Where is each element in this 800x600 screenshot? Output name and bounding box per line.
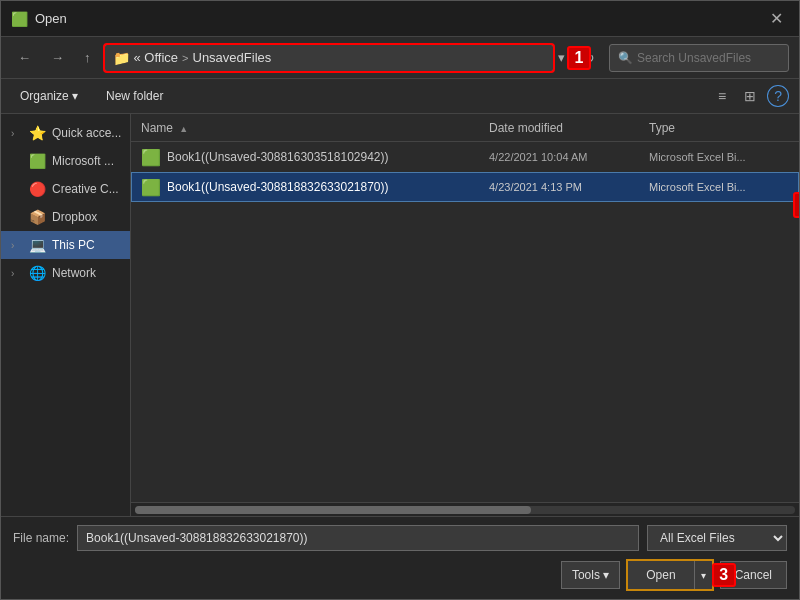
file-date: 4/22/2021 10:04 AM	[489, 151, 649, 163]
col-header-name[interactable]: Name ▲	[141, 121, 489, 135]
sidebar-item-label: Microsoft ...	[52, 154, 114, 168]
view-toggle-button[interactable]: ⊞	[737, 84, 763, 108]
file-item-1[interactable]: 🟩 Book1((Unsaved-308816303518102942)) 4/…	[131, 142, 799, 172]
sidebar-item-quick-access[interactable]: › ⭐ Quick acce...	[1, 119, 130, 147]
back-button[interactable]: ←	[11, 46, 38, 69]
sidebar-item-label: This PC	[52, 238, 95, 252]
address-bar[interactable]: 📁 « Office > UnsavedFiles	[104, 44, 555, 72]
file-name-label: File name:	[13, 531, 69, 545]
this-pc-icon: 💻	[29, 237, 46, 253]
dialog-title: Open	[35, 11, 67, 26]
expand-icon: ›	[11, 240, 23, 251]
file-list: 🟩 Book1((Unsaved-308816303518102942)) 4/…	[131, 142, 799, 502]
column-headers: Name ▲ Date modified Type	[131, 114, 799, 142]
file-area: Name ▲ Date modified Type 🟩 Book1((Unsav…	[131, 114, 799, 516]
sidebar-item-label: Network	[52, 266, 96, 280]
dropbox-icon: 📦	[29, 209, 46, 225]
excel-icon: 🟩	[11, 11, 27, 27]
close-button[interactable]: ✕	[764, 7, 789, 30]
search-input[interactable]	[637, 51, 780, 65]
folder-icon: 📁	[113, 50, 130, 66]
file-type: Microsoft Excel Bi...	[649, 151, 789, 163]
forward-button[interactable]: →	[44, 46, 71, 69]
footer: File name: All Excel Files Tools ▾ Open …	[1, 516, 799, 599]
open-button[interactable]: Open	[628, 561, 693, 589]
view-details-button[interactable]: ≡	[711, 84, 733, 108]
open-dropdown-button[interactable]: ▾	[694, 561, 712, 589]
excel-file-icon: 🟩	[141, 148, 161, 167]
footer-row2: Tools ▾ Open ▾ 3 Cancel	[13, 559, 787, 591]
expand-icon: ›	[11, 268, 23, 279]
breadcrumb-part2: UnsavedFiles	[193, 50, 272, 65]
title-bar-left: 🟩 Open	[11, 11, 67, 27]
search-box: 🔍	[609, 44, 789, 72]
quick-access-icon: ⭐	[29, 125, 46, 141]
file-date-2: 4/23/2021 4:13 PM	[489, 181, 649, 193]
sidebar-item-microsoft[interactable]: 🟩 Microsoft ...	[1, 147, 130, 175]
file-type-2: Microsoft Excel Bi...	[649, 181, 789, 193]
breadcrumb-part1: « Office	[134, 50, 179, 65]
tools-button[interactable]: Tools ▾	[561, 561, 620, 589]
col-header-date[interactable]: Date modified	[489, 121, 649, 135]
footer-row1: File name: All Excel Files	[13, 525, 787, 551]
sidebar-item-creative-cloud[interactable]: 🔴 Creative C...	[1, 175, 130, 203]
breadcrumb-separator: >	[182, 52, 188, 64]
organize-button[interactable]: Organize ▾	[11, 85, 87, 107]
address-toolbar: ← → ↑ 📁 « Office > UnsavedFiles ▾ 1 ↻ 🔍	[1, 37, 799, 79]
sidebar-item-label: Creative C...	[52, 182, 119, 196]
view-controls: ≡ ⊞ ?	[711, 84, 789, 108]
new-folder-button[interactable]: New folder	[97, 85, 172, 107]
file-type-select[interactable]: All Excel Files	[647, 525, 787, 551]
step3-badge: 3	[712, 563, 736, 587]
search-icon: 🔍	[618, 51, 633, 65]
title-bar: 🟩 Open ✕	[1, 1, 799, 37]
network-icon: 🌐	[29, 265, 46, 281]
excel-file-icon-2: 🟩	[141, 178, 161, 197]
file-name: Book1((Unsaved-308816303518102942))	[167, 150, 489, 164]
main-content: › ⭐ Quick acce... 🟩 Microsoft ... 🔴 Crea…	[1, 114, 799, 516]
sidebar-item-label: Quick acce...	[52, 126, 121, 140]
horizontal-scrollbar[interactable]	[131, 502, 799, 516]
step2-badge: 2	[793, 192, 799, 218]
expand-icon: ›	[11, 128, 23, 139]
step1-badge: 1	[567, 46, 591, 70]
sidebar-item-network[interactable]: › 🌐 Network	[1, 259, 130, 287]
sidebar-item-this-pc[interactable]: › 💻 This PC	[1, 231, 130, 259]
sidebar: › ⭐ Quick acce... 🟩 Microsoft ... 🔴 Crea…	[1, 114, 131, 516]
file-item-2[interactable]: 🟩 Book1((Unsaved-308818832633021870)) 4/…	[131, 172, 799, 202]
hscroll-track[interactable]	[135, 506, 795, 514]
open-dialog: 🟩 Open ✕ ← → ↑ 📁 « Office > UnsavedFiles…	[0, 0, 800, 600]
up-button[interactable]: ↑	[77, 46, 98, 69]
file-name-2: Book1((Unsaved-308818832633021870))	[167, 180, 489, 194]
open-button-group: Open ▾	[626, 559, 713, 591]
hscroll-thumb	[135, 506, 531, 514]
creative-cloud-icon: 🔴	[29, 181, 46, 197]
actions-toolbar: Organize ▾ New folder ≡ ⊞ ?	[1, 79, 799, 114]
col-header-type: Type	[649, 121, 789, 135]
sidebar-item-dropbox[interactable]: 📦 Dropbox	[1, 203, 130, 231]
sidebar-item-label: Dropbox	[52, 210, 97, 224]
file-name-input[interactable]	[77, 525, 639, 551]
sort-arrow: ▲	[179, 124, 188, 134]
help-button[interactable]: ?	[767, 85, 789, 107]
microsoft-icon: 🟩	[29, 153, 46, 169]
